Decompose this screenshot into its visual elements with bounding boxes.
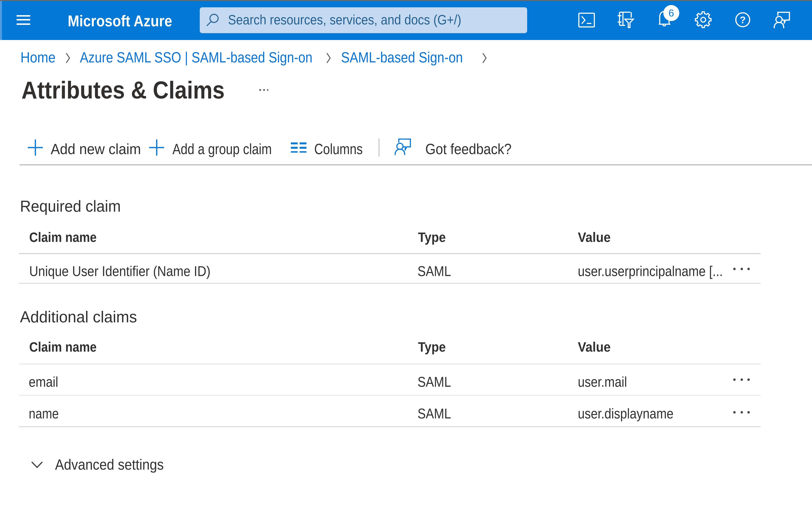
svg-text:?: ? [740, 14, 746, 25]
svg-text:6: 6 [669, 7, 674, 19]
